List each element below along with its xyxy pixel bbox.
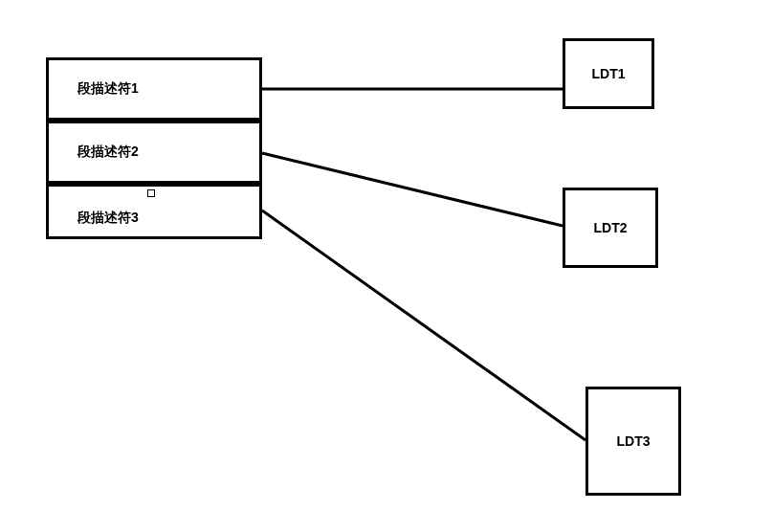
descriptor-label-3: 段描述符3 bbox=[77, 210, 139, 227]
ldt-label-2: LDT2 bbox=[594, 220, 628, 235]
ldt-label-1: LDT1 bbox=[592, 66, 626, 81]
ldt-label-3: LDT3 bbox=[617, 433, 651, 449]
ldt-box-2: LDT2 bbox=[563, 188, 658, 268]
descriptor-label-2: 段描述符2 bbox=[77, 144, 139, 161]
descriptor-box-2: 段描述符2 bbox=[46, 121, 262, 184]
ldt-box-3: LDT3 bbox=[585, 387, 681, 496]
descriptor-box-1: 段描述符1 bbox=[46, 57, 262, 121]
ldt-box-1: LDT1 bbox=[563, 38, 654, 109]
connector-2 bbox=[262, 153, 563, 226]
descriptor-label-1: 段描述符1 bbox=[77, 80, 139, 98]
small-square-marker bbox=[147, 189, 155, 197]
connector-3 bbox=[262, 211, 585, 440]
